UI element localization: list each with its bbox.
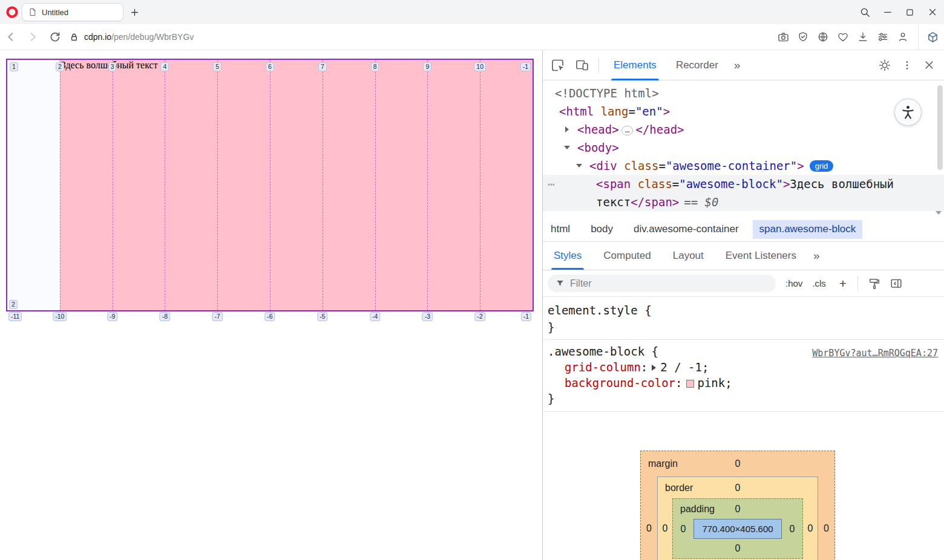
- browser-tab[interactable]: Untitled: [22, 3, 123, 21]
- grid-line: [60, 60, 61, 310]
- kebab-menu-icon[interactable]: [901, 59, 913, 71]
- dom-html-node[interactable]: <html lang="en">: [543, 102, 944, 120]
- breadcrumb-html[interactable]: html: [544, 220, 577, 239]
- download-icon[interactable]: [855, 29, 871, 45]
- more-tabs-icon[interactable]: »: [728, 59, 747, 72]
- box-model-content[interactable]: 770.400×405.600: [693, 519, 782, 539]
- awesome-block[interactable]: Здесь волшебный текст: [60, 60, 533, 310]
- box-model-margin[interactable]: margin0 0 border0 0 padding0 0 770.400×4…: [640, 451, 835, 560]
- new-style-rule-button[interactable]: +: [839, 276, 847, 291]
- sidebar-toggle-icon[interactable]: [888, 276, 904, 291]
- profile-icon[interactable]: [895, 29, 911, 45]
- minimize-button[interactable]: [880, 5, 894, 19]
- padding-right-value[interactable]: 0: [790, 524, 795, 535]
- tab-elements[interactable]: Elements: [604, 50, 666, 80]
- close-window-button[interactable]: [925, 5, 939, 19]
- maximize-button[interactable]: [903, 5, 917, 19]
- toolbar-right-actions: [878, 59, 944, 72]
- collapse-icon[interactable]: [576, 164, 582, 168]
- device-toolbar-icon[interactable]: [573, 56, 591, 74]
- browser-tab-strip: Untitled: [0, 0, 944, 24]
- filter-pill[interactable]: [548, 275, 776, 292]
- extensions-cube-icon[interactable]: [925, 29, 940, 45]
- padding-bottom-value[interactable]: 0: [735, 543, 741, 554]
- url-path: /pen/debug/WbrBYGv: [111, 32, 194, 42]
- snapshot-camera-icon[interactable]: [775, 29, 791, 45]
- paint-roller-icon[interactable]: [867, 276, 882, 291]
- site-info-lock-icon[interactable]: [69, 32, 79, 42]
- box-model-padding[interactable]: padding0 0 770.400×405.600 0 0: [672, 498, 803, 559]
- back-icon[interactable]: [2, 28, 19, 45]
- toggle-classes[interactable]: .cls: [812, 278, 826, 288]
- margin-left-value[interactable]: 0: [646, 523, 652, 534]
- border-left-value[interactable]: 0: [663, 523, 668, 534]
- padding-label: padding: [680, 504, 715, 515]
- filter-funnel-icon: [555, 278, 565, 288]
- collapse-icon[interactable]: [564, 146, 570, 149]
- filter-input[interactable]: [570, 278, 769, 289]
- grid-line: [375, 60, 376, 310]
- dom-doctype[interactable]: <!DOCTYPE html>: [543, 84, 944, 102]
- grid-badge[interactable]: grid: [810, 160, 834, 172]
- border-top-value[interactable]: 0: [735, 483, 741, 493]
- grid-line-label: 4: [160, 62, 169, 71]
- expand-icon[interactable]: [565, 126, 569, 132]
- border-right-value[interactable]: 0: [808, 523, 813, 534]
- breadcrumb-body[interactable]: body: [584, 220, 620, 239]
- breadcrumb-container[interactable]: div.awesome-container: [627, 220, 746, 239]
- margin-right-value[interactable]: 0: [824, 523, 829, 534]
- dom-body-node[interactable]: <body>: [543, 138, 944, 157]
- scroll-down-icon[interactable]: [936, 211, 942, 215]
- tab-styles[interactable]: Styles: [543, 242, 592, 270]
- dom-div-node[interactable]: <div class="awesome-container">grid: [543, 157, 944, 175]
- breadcrumb-selected[interactable]: span.awesome-block: [753, 220, 863, 239]
- grid-line: [270, 60, 270, 310]
- element-style-rule[interactable]: element.style { }: [543, 297, 944, 340]
- reload-icon[interactable]: [46, 28, 63, 45]
- heart-icon[interactable]: [835, 29, 851, 45]
- box-model-border[interactable]: border0 0 padding0 0 770.400×405.600 0 0: [657, 477, 818, 560]
- forward-icon[interactable]: [24, 28, 41, 45]
- opera-logo-icon[interactable]: [5, 5, 19, 19]
- nav-buttons: [2, 28, 63, 45]
- margin-top-value[interactable]: 0: [735, 458, 741, 469]
- inline-expand-button[interactable]: …: [621, 126, 634, 135]
- vpn-globe-icon[interactable]: [815, 29, 831, 45]
- grid-line-label: -3: [422, 312, 433, 321]
- grid-line-label: 7: [318, 62, 327, 71]
- more-tabs-icon[interactable]: »: [807, 249, 826, 262]
- new-tab-button[interactable]: [127, 5, 142, 19]
- shield-check-icon[interactable]: [795, 29, 811, 45]
- toggle-hover-state[interactable]: :hov: [785, 278, 802, 288]
- expand-shorthand-icon[interactable]: [652, 365, 656, 371]
- url-area[interactable]: cdpn.io/pen/debug/WbrBYGv: [69, 24, 194, 50]
- color-swatch[interactable]: [686, 380, 694, 388]
- extensions-zone: [918, 24, 940, 50]
- tab-recorder[interactable]: Recorder: [666, 50, 728, 80]
- styles-tab-bar: Styles Computed Layout Event Listeners »: [543, 242, 944, 270]
- grid-overlay-container: Здесь волшебный текст 1 2 3 4 5 6 7 8 9 …: [6, 59, 534, 311]
- padding-left-value[interactable]: 0: [681, 524, 686, 535]
- node-menu-icon[interactable]: ⋯: [548, 175, 554, 193]
- url-domain: cdpn.io: [84, 32, 111, 42]
- dom-span-node-selected[interactable]: ⋯<span class="awesome-block">Здесь волше…: [543, 175, 944, 211]
- inspect-element-icon[interactable]: [549, 56, 567, 74]
- search-icon[interactable]: [858, 5, 872, 19]
- easy-setup-tune-icon[interactable]: [875, 29, 891, 45]
- tab-computed[interactable]: Computed: [592, 242, 661, 270]
- dom-head-node[interactable]: <head>…</head>: [543, 120, 944, 138]
- tab-layout[interactable]: Layout: [662, 242, 715, 270]
- css-property-background-color[interactable]: background-color:pink;: [548, 375, 944, 391]
- settings-gear-icon[interactable]: [878, 59, 891, 72]
- grid-line: [323, 60, 323, 310]
- tab-event-listeners[interactable]: Event Listeners: [715, 242, 807, 270]
- awesome-block-rule[interactable]: WbrBYGv?aut…RmRQGqEA:27 .awesome-block {…: [543, 340, 944, 412]
- filterbar-divider: [857, 276, 858, 291]
- padding-top-value[interactable]: 0: [735, 504, 741, 515]
- css-property-grid-column[interactable]: grid-column:2 / -1;: [548, 359, 944, 375]
- close-devtools-icon[interactable]: [923, 59, 936, 71]
- rule-source-link[interactable]: WbrBYGv?aut…RmRQGqEA:27: [812, 345, 938, 361]
- dom-scrollbar[interactable]: [937, 85, 943, 170]
- accessibility-button[interactable]: [894, 99, 922, 126]
- url-text[interactable]: cdpn.io/pen/debug/WbrBYGv: [84, 32, 194, 42]
